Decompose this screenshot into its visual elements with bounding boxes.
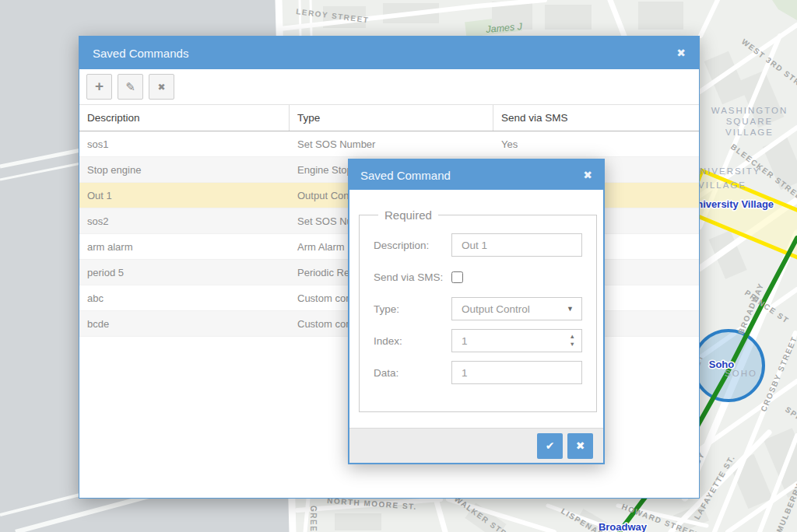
required-fieldset: Required Description: Send via SMS: Type… — [359, 208, 597, 412]
sms-checkbox[interactable] — [451, 271, 463, 283]
data-input[interactable] — [451, 361, 582, 384]
cell-description: Out 1 — [79, 190, 290, 201]
cell-description: sos2 — [79, 215, 290, 227]
table-row[interactable]: sos1 Set SOS Number Yes — [79, 131, 699, 157]
commands-toolbar: + ✎ ✖ — [79, 69, 699, 105]
cell-description: abc — [79, 292, 290, 304]
map-label-soho-poi: Soho — [709, 359, 735, 370]
index-input[interactable] — [452, 330, 553, 352]
type-select[interactable]: Output Control ▼ — [451, 297, 582, 320]
cell-description: period 5 — [79, 267, 290, 278]
delete-icon: ✖ — [157, 82, 165, 93]
index-label: Index: — [374, 335, 451, 347]
description-input[interactable] — [451, 233, 582, 257]
spin-up-icon[interactable]: ▲ — [570, 333, 575, 341]
map-label-washington-2: SQUARE — [726, 117, 774, 126]
checkmark-icon: ✔ — [546, 439, 555, 452]
saved-commands-titlebar[interactable]: Saved Commands ✖ — [79, 37, 699, 69]
map-label-university-2: VILLAGE — [698, 180, 746, 190]
add-command-button[interactable]: + — [86, 74, 112, 100]
saved-commands-close-icon[interactable]: ✖ — [676, 47, 686, 58]
map-label-washington-1: WASHINGTON — [711, 106, 788, 115]
description-label: Description: — [374, 240, 451, 251]
required-legend: Required — [378, 208, 438, 222]
delete-command-button[interactable]: ✖ — [149, 74, 174, 100]
type-select-value: Output Control — [462, 303, 530, 315]
saved-command-title: Saved Command — [360, 169, 451, 182]
map-label-broadway-poi: Broadway — [599, 521, 648, 532]
type-label: Type: — [374, 303, 451, 315]
saved-command-titlebar[interactable]: Saved Command ✖ — [349, 160, 603, 190]
pencil-icon: ✎ — [125, 80, 135, 94]
saved-command-close-icon[interactable]: ✖ — [583, 170, 592, 180]
confirm-button[interactable]: ✔ — [537, 433, 563, 459]
cell-description: arm alarm — [79, 241, 290, 253]
sms-field-row: Send via SMS: — [374, 265, 582, 289]
column-header-description[interactable]: Description — [79, 105, 290, 131]
description-field-row: Description: — [374, 233, 582, 257]
close-icon: ✖ — [576, 439, 585, 452]
data-label: Data: — [374, 367, 451, 379]
edit-command-button[interactable]: ✎ — [118, 74, 143, 100]
map-label-university-village-poi: University Village — [690, 198, 774, 210]
index-stepper: ▲▼ — [451, 329, 582, 352]
cell-description: Stop engine — [79, 164, 290, 176]
cell-description: bcde — [79, 318, 290, 330]
plus-icon: + — [95, 78, 104, 95]
cell-sms: Yes — [493, 138, 699, 150]
map-label-greenwich: GREENWICH ST — [309, 506, 318, 532]
map-label-washington-3: VILLAGE — [725, 128, 774, 137]
commands-table-header: Description Type Send via SMS — [79, 105, 699, 131]
cell-description: sos1 — [79, 138, 290, 150]
saved-command-footer: ✔ ✖ — [349, 428, 603, 463]
map-label-university-1: UNIVERSITY — [691, 166, 760, 176]
sms-label: Send via SMS: — [374, 271, 451, 283]
chevron-down-icon: ▼ — [567, 305, 574, 313]
cancel-button[interactable]: ✖ — [567, 433, 593, 459]
cell-type: Set SOS Number — [290, 138, 493, 150]
saved-command-body: Required Description: Send via SMS: Type… — [349, 190, 603, 428]
index-field-row: Index: ▲▼ — [374, 329, 582, 352]
saved-command-dialog: Saved Command ✖ Required Description: Se… — [348, 159, 605, 464]
column-header-sms[interactable]: Send via SMS — [493, 105, 699, 131]
spin-down-icon[interactable]: ▼ — [570, 341, 575, 348]
data-field-row: Data: — [374, 361, 582, 384]
type-field-row: Type: Output Control ▼ — [374, 297, 582, 320]
stepper-arrows[interactable]: ▲▼ — [570, 333, 575, 348]
saved-commands-title: Saved Commands — [93, 47, 188, 60]
column-header-type[interactable]: Type — [290, 105, 493, 131]
